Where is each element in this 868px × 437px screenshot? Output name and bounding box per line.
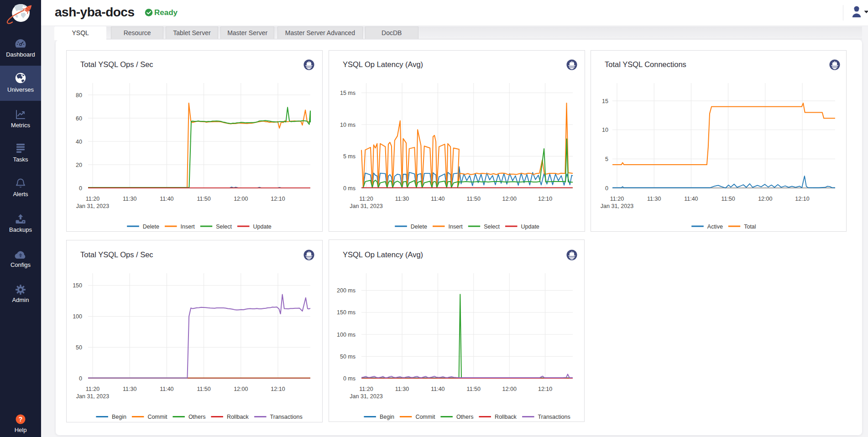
svg-text:15 ms: 15 ms (340, 90, 356, 96)
svg-text:11:50: 11:50 (467, 386, 481, 392)
svg-text:11:50: 11:50 (721, 196, 735, 202)
svg-text:11:30: 11:30 (647, 196, 661, 202)
svg-text:100 ms: 100 ms (337, 332, 356, 338)
svg-text:11:30: 11:30 (123, 196, 136, 202)
svg-text:Delete: Delete (411, 224, 427, 230)
svg-text:Delete: Delete (143, 224, 159, 230)
svg-text:Begin: Begin (112, 414, 126, 420)
svg-text:Jan 31, 2023: Jan 31, 2023 (350, 393, 382, 400)
svg-text:0: 0 (79, 185, 82, 192)
svg-text:150 ms: 150 ms (337, 309, 356, 316)
svg-text:Others: Others (456, 414, 474, 420)
svg-text:100: 100 (73, 313, 82, 320)
svg-text:11:50: 11:50 (467, 196, 481, 202)
svg-text:80: 80 (76, 92, 82, 99)
svg-text:Select: Select (216, 224, 232, 230)
svg-text:0 ms: 0 ms (343, 375, 356, 382)
svg-text:12:10: 12:10 (271, 386, 285, 392)
svg-text:5 ms: 5 ms (343, 153, 356, 160)
svg-text:12:00: 12:00 (502, 196, 517, 202)
svg-text:Jan 31, 2023: Jan 31, 2023 (76, 203, 109, 209)
svg-text:YSQL Op Latency (Avg): YSQL Op Latency (Avg) (343, 60, 423, 68)
svg-text:YSQL Op Latency (Avg): YSQL Op Latency (Avg) (343, 250, 423, 259)
svg-text:12:00: 12:00 (758, 196, 772, 202)
svg-text:Total YSQL Ops / Sec: Total YSQL Ops / Sec (80, 250, 153, 259)
svg-text:12:00: 12:00 (502, 386, 517, 392)
svg-text:12:10: 12:10 (795, 196, 809, 202)
svg-text:Insert: Insert (181, 224, 195, 230)
svg-text:12:10: 12:10 (271, 196, 285, 202)
svg-text:150: 150 (73, 282, 82, 289)
svg-text:Total: Total (744, 224, 756, 230)
svg-text:11:40: 11:40 (160, 386, 173, 392)
svg-text:5: 5 (605, 156, 608, 162)
svg-text:Active: Active (707, 224, 723, 230)
svg-text:0 ms: 0 ms (343, 185, 356, 192)
svg-text:40: 40 (76, 139, 82, 145)
svg-text:11:40: 11:40 (431, 386, 444, 392)
svg-text:0: 0 (605, 185, 608, 192)
svg-text:Update: Update (521, 224, 539, 230)
svg-text:Rollback: Rollback (495, 414, 517, 420)
svg-text:Update: Update (253, 224, 272, 230)
svg-text:?: ? (19, 416, 23, 423)
svg-text:Transactions: Transactions (270, 414, 303, 420)
svg-text:11:40: 11:40 (431, 196, 444, 202)
svg-text:11:30: 11:30 (395, 386, 409, 392)
svg-text:Others: Others (188, 414, 206, 420)
svg-text:200 ms: 200 ms (337, 287, 356, 294)
svg-text:60: 60 (76, 115, 82, 122)
svg-text:Begin: Begin (380, 414, 394, 420)
svg-text:12:10: 12:10 (538, 386, 552, 392)
svg-text:Ready: Ready (154, 8, 178, 17)
svg-text:11:40: 11:40 (160, 196, 173, 202)
svg-text:Jan 31, 2023: Jan 31, 2023 (350, 203, 382, 209)
svg-text:Transactions: Transactions (538, 414, 570, 420)
svg-text:Total YSQL Ops / Sec: Total YSQL Ops / Sec (80, 60, 153, 68)
svg-text:12:00: 12:00 (234, 386, 248, 392)
svg-text:0: 0 (79, 375, 82, 382)
svg-text:11:30: 11:30 (395, 196, 409, 202)
svg-text:20: 20 (76, 162, 82, 168)
svg-text:Jan 31, 2023: Jan 31, 2023 (601, 203, 633, 209)
svg-text:12:00: 12:00 (234, 196, 248, 202)
svg-text:Insert: Insert (449, 224, 463, 230)
svg-text:11:50: 11:50 (197, 196, 210, 202)
svg-text:11:30: 11:30 (123, 386, 136, 392)
svg-text:15: 15 (602, 98, 608, 104)
svg-text:11:20: 11:20 (359, 386, 373, 392)
svg-text:Commit: Commit (147, 414, 167, 420)
svg-text:11:50: 11:50 (197, 386, 210, 392)
svg-text:11:20: 11:20 (86, 386, 99, 392)
svg-text:50: 50 (76, 344, 82, 351)
svg-text:11:20: 11:20 (610, 196, 624, 202)
svg-text:10: 10 (602, 127, 608, 133)
svg-text:50 ms: 50 ms (340, 354, 356, 360)
svg-text:12:10: 12:10 (538, 196, 552, 202)
svg-text:11:20: 11:20 (86, 196, 99, 202)
svg-text:Rollback: Rollback (227, 414, 249, 420)
svg-text:Jan 31, 2023: Jan 31, 2023 (76, 393, 109, 400)
svg-text:11:40: 11:40 (684, 196, 698, 202)
svg-text:Commit: Commit (415, 414, 435, 420)
svg-text:Total YSQL Connections: Total YSQL Connections (605, 60, 686, 68)
svg-text:11:20: 11:20 (359, 196, 373, 202)
svg-text:Select: Select (484, 224, 500, 230)
svg-text:10 ms: 10 ms (340, 122, 356, 128)
